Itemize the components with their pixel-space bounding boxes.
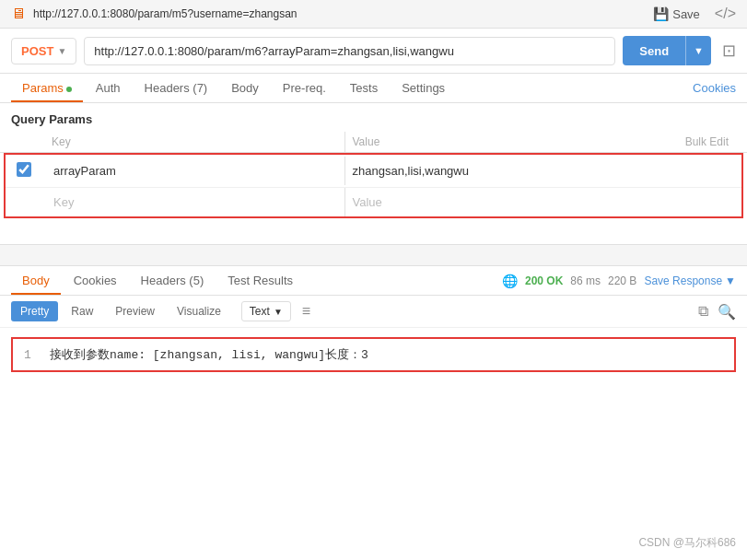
tab-headers[interactable]: Headers (7) xyxy=(134,74,219,102)
tab-body[interactable]: Body xyxy=(220,74,270,102)
url-input[interactable] xyxy=(84,37,615,65)
globe-icon: 🌐 xyxy=(502,274,518,288)
top-bar-url: http://127.0.0.1:8080/param/m5?username=… xyxy=(33,7,646,20)
row1-checkbox-cell[interactable] xyxy=(13,155,46,187)
response-tab-cookies[interactable]: Cookies xyxy=(63,266,128,295)
save-response-chevron-icon: ▼ xyxy=(725,274,736,287)
value-col-header: Value xyxy=(344,132,645,152)
format-type-chevron-icon: ▼ xyxy=(274,307,283,317)
params-highlight-box: arrayParam zhangsan,lisi,wangwu Key Valu… xyxy=(4,153,743,218)
response-tab-body[interactable]: Body xyxy=(11,266,61,295)
send-label: Send xyxy=(623,38,685,64)
row2-checkbox-cell xyxy=(13,195,46,210)
response-divider xyxy=(0,244,747,266)
browser-icon: 🖥 xyxy=(11,6,26,22)
params-table-header: Key Value Bulk Edit xyxy=(0,132,747,153)
query-params-title: Query Params xyxy=(0,103,747,132)
code-icon[interactable]: </> xyxy=(715,6,736,22)
format-tab-pretty[interactable]: Pretty xyxy=(11,301,58,321)
response-status-area: 🌐 200 OK 86 ms 220 B Save Response ▼ xyxy=(502,274,736,288)
params-row-1: arrayParam zhangsan,lisi,wangwu xyxy=(6,155,741,188)
cookies-link[interactable]: Cookies xyxy=(693,81,736,95)
method-select[interactable]: POST ▼ xyxy=(11,38,76,64)
spacer xyxy=(0,218,747,235)
format-tab-raw[interactable]: Raw xyxy=(62,301,102,321)
tab-settings[interactable]: Settings xyxy=(391,74,456,102)
bulk-col-header: Bulk Edit xyxy=(644,132,736,152)
tab-tests[interactable]: Tests xyxy=(339,74,389,102)
params-dot xyxy=(66,87,72,92)
checkbox-col-header xyxy=(11,132,44,152)
format-tab-preview[interactable]: Preview xyxy=(106,301,164,321)
watermark: CSDN @马尔科686 xyxy=(638,535,736,551)
response-tab-test-results[interactable]: Test Results xyxy=(216,266,304,295)
method-label: POST xyxy=(21,44,53,58)
row1-checkbox[interactable] xyxy=(17,162,31,177)
send-button[interactable]: Send ▼ xyxy=(623,36,711,65)
format-tab-visualize[interactable]: Visualize xyxy=(168,301,230,321)
line-number-1: 1 xyxy=(24,348,39,362)
top-bar: 🖥 http://127.0.0.1:8080/param/m5?usernam… xyxy=(0,0,747,29)
sidebar-toggle-icon[interactable]: ⊡ xyxy=(722,41,736,61)
key-col-header: Key xyxy=(44,132,344,152)
response-body-highlight: 1 接收到参数name: [zhangsan, lisi, wangwu]长度：… xyxy=(11,337,736,372)
save-button[interactable]: 💾 Save xyxy=(653,6,700,21)
row1-value[interactable]: zhangsan,lisi,wangwu xyxy=(344,157,643,185)
send-arrow-icon[interactable]: ▼ xyxy=(686,39,711,63)
request-bar: POST ▼ Send ▼ ⊡ xyxy=(0,29,747,74)
copy-icon[interactable]: ⧉ xyxy=(698,303,708,320)
response-tab-headers[interactable]: Headers (5) xyxy=(130,266,216,295)
method-chevron-icon: ▼ xyxy=(57,46,66,56)
response-time: 86 ms xyxy=(570,274,601,287)
response-size: 220 B xyxy=(608,274,636,287)
tab-auth[interactable]: Auth xyxy=(85,74,132,102)
search-icon[interactable]: 🔍 xyxy=(718,303,736,321)
format-tabs-row: Pretty Raw Preview Visualize Text ▼ ≡ ⧉ … xyxy=(0,296,747,328)
row2-key[interactable]: Key xyxy=(46,188,344,216)
save-icon: 💾 xyxy=(653,6,669,21)
response-line-1: 接收到参数name: [zhangsan, lisi, wangwu]长度：3 xyxy=(50,346,368,363)
response-tabs: Body Cookies Headers (5) Test Results 🌐 … xyxy=(0,266,747,296)
format-type-label: Text xyxy=(250,305,270,318)
status-code: 200 OK xyxy=(525,274,563,287)
save-response-button[interactable]: Save Response ▼ xyxy=(644,274,736,287)
format-type-select[interactable]: Text ▼ xyxy=(241,301,291,321)
request-tabs: Params Auth Headers (7) Body Pre-req. Te… xyxy=(0,74,747,103)
tab-params[interactable]: Params xyxy=(11,74,83,102)
tab-prereq[interactable]: Pre-req. xyxy=(272,74,337,102)
row1-key[interactable]: arrayParam xyxy=(46,157,344,185)
row2-value[interactable]: Value xyxy=(344,188,643,216)
filter-icon[interactable]: ≡ xyxy=(302,303,310,320)
params-row-2: Key Value xyxy=(6,188,741,216)
response-body: 1 接收到参数name: [zhangsan, lisi, wangwu]长度：… xyxy=(0,328,747,381)
